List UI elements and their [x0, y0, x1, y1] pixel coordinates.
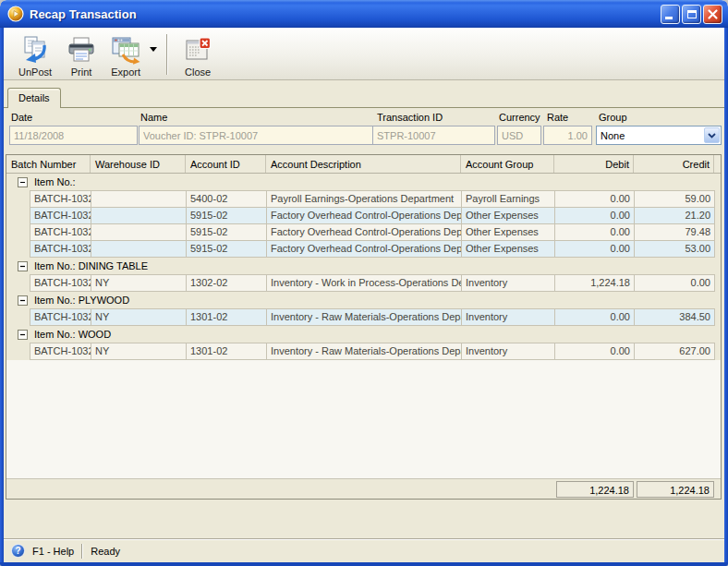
status-separator	[81, 544, 83, 559]
group-row[interactable]: Item No.: DINING TABLE	[6, 258, 721, 274]
cell-account-group: Payroll Earnings	[461, 190, 555, 208]
cell-account-description: Factory Overhead Control-Operations Depa	[266, 240, 462, 258]
collapse-icon[interactable]	[18, 330, 28, 340]
print-button[interactable]: Print	[59, 31, 103, 80]
cell-account-id: 5915-02	[186, 223, 267, 241]
cell-account-group: Other Expenses	[461, 207, 555, 224]
date-label: Date	[11, 112, 32, 123]
group-label: Item No.: PLYWOOD	[34, 295, 129, 306]
cell-batch-number: BATCH-1032:	[30, 223, 91, 241]
close-icon	[704, 6, 722, 23]
cell-debit: 0.00	[554, 190, 635, 208]
toolbar-separator	[166, 34, 168, 75]
total-credit: 1,224.18	[637, 481, 714, 498]
close-button[interactable]	[703, 5, 722, 24]
titlebar: Recap Transaction	[0, 0, 728, 28]
unpost-button[interactable]: UnPost	[11, 31, 59, 80]
grid-rows: Item No.: BATCH-1032: 5400-02 Payroll Ea…	[6, 174, 721, 360]
grid-header: Batch Number Warehouse ID Account ID Acc…	[6, 155, 721, 174]
group-row[interactable]: Item No.:	[6, 174, 721, 190]
cell-account-group: Inventory	[461, 308, 555, 326]
table-row[interactable]: BATCH-1032: NY 1301-02 Inventory - Raw M…	[6, 343, 721, 360]
cell-batch-number: BATCH-1032:	[30, 207, 91, 224]
tab-details[interactable]: Details	[7, 88, 61, 108]
group-row[interactable]: Item No.: PLYWOOD	[6, 292, 721, 308]
name-field[interactable]	[139, 126, 373, 145]
table-row[interactable]: BATCH-1032: 5915-02 Factory Overhead Con…	[6, 240, 721, 258]
column-header-debit[interactable]: Debit	[554, 155, 634, 173]
window-frame-right	[724, 28, 728, 562]
date-field[interactable]	[9, 126, 138, 145]
column-header-account-description[interactable]: Account Description	[266, 155, 461, 173]
cell-account-id: 1301-02	[186, 343, 267, 360]
cell-debit: 0.00	[554, 343, 635, 360]
cell-account-group: Inventory	[461, 343, 555, 360]
cell-credit: 79.48	[634, 223, 715, 241]
collapse-icon[interactable]	[18, 295, 28, 306]
currency-field[interactable]	[497, 126, 541, 145]
group-select-value: None	[597, 130, 703, 141]
export-button[interactable]: Export	[103, 31, 148, 80]
grid-totals-row: 1,224.18 1,224.18	[6, 478, 721, 499]
row-gutter	[6, 308, 30, 326]
table-row[interactable]: BATCH-1032: NY 1301-02 Inventory - Raw M…	[6, 308, 721, 326]
currency-label: Currency	[499, 112, 540, 123]
unpost-label: UnPost	[18, 66, 52, 78]
export-label: Export	[111, 66, 140, 78]
transaction-id-field[interactable]	[372, 126, 495, 145]
column-header-warehouse-id[interactable]: Warehouse ID	[91, 155, 186, 173]
table-row[interactable]: BATCH-1032: 5400-02 Payroll Earnings-Ope…	[6, 190, 721, 208]
column-header-credit[interactable]: Credit	[634, 155, 714, 173]
cell-batch-number: BATCH-1032:	[30, 190, 91, 208]
group-label: Item No.: WOOD	[34, 329, 111, 340]
cell-batch-number: BATCH-1032:	[30, 274, 91, 292]
column-header-batch-number[interactable]: Batch Number	[6, 155, 91, 173]
window-frame-bottom	[0, 562, 728, 566]
export-dropdown-button[interactable]	[146, 47, 161, 52]
cell-warehouse-id: NY	[91, 274, 187, 292]
cell-account-group: Other Expenses	[461, 240, 555, 258]
cell-credit: 0.00	[634, 274, 715, 292]
print-label: Print	[71, 66, 92, 78]
table-row[interactable]: BATCH-1032: 5915-02 Factory Overhead Con…	[6, 223, 721, 241]
table-row[interactable]: BATCH-1032: 5915-02 Factory Overhead Con…	[6, 207, 721, 224]
cell-account-description: Inventory - Work in Process-Operations D…	[266, 274, 462, 292]
cell-account-id: 5915-02	[186, 240, 267, 258]
cell-batch-number: BATCH-1032:	[30, 240, 91, 258]
cell-warehouse-id	[91, 190, 187, 208]
cell-debit: 1,224.18	[554, 274, 635, 292]
group-label: Group	[599, 112, 627, 123]
app-window: Recap Transaction UnPost	[0, 0, 728, 566]
cell-account-group: Other Expenses	[461, 223, 555, 241]
chevron-down-icon	[150, 47, 157, 52]
cell-warehouse-id: NY	[91, 343, 187, 360]
collapse-icon[interactable]	[18, 177, 28, 187]
status-text: Ready	[91, 546, 120, 557]
column-header-account-id[interactable]: Account ID	[186, 155, 266, 173]
cell-credit: 384.50	[634, 308, 715, 326]
maximize-button[interactable]	[682, 5, 701, 24]
cell-credit: 53.00	[634, 240, 715, 258]
minimize-button[interactable]	[661, 5, 680, 24]
table-row[interactable]: BATCH-1032: NY 1302-02 Inventory - Work …	[6, 274, 721, 292]
minimize-icon	[665, 17, 673, 19]
group-row[interactable]: Item No.: WOOD	[6, 326, 721, 343]
row-gutter	[6, 240, 30, 258]
cell-account-id: 5400-02	[186, 190, 267, 208]
cell-batch-number: BATCH-1032:	[30, 308, 91, 326]
row-gutter	[6, 274, 30, 292]
tab-divider	[4, 107, 724, 108]
collapse-icon[interactable]	[18, 261, 28, 271]
group-select-button[interactable]	[704, 127, 720, 143]
column-header-account-group[interactable]: Account Group	[461, 155, 554, 173]
row-gutter	[6, 223, 30, 241]
app-icon	[7, 6, 24, 22]
maximize-icon	[687, 10, 697, 18]
rate-field[interactable]	[543, 126, 592, 145]
close-form-button[interactable]: Close	[176, 31, 220, 80]
group-select[interactable]: None	[596, 126, 722, 145]
total-debit: 1,224.18	[556, 481, 634, 498]
transaction-id-label: Transaction ID	[377, 112, 443, 123]
cell-account-description: Payroll Earnings-Operations Department	[266, 190, 462, 208]
cell-debit: 0.00	[554, 207, 635, 224]
